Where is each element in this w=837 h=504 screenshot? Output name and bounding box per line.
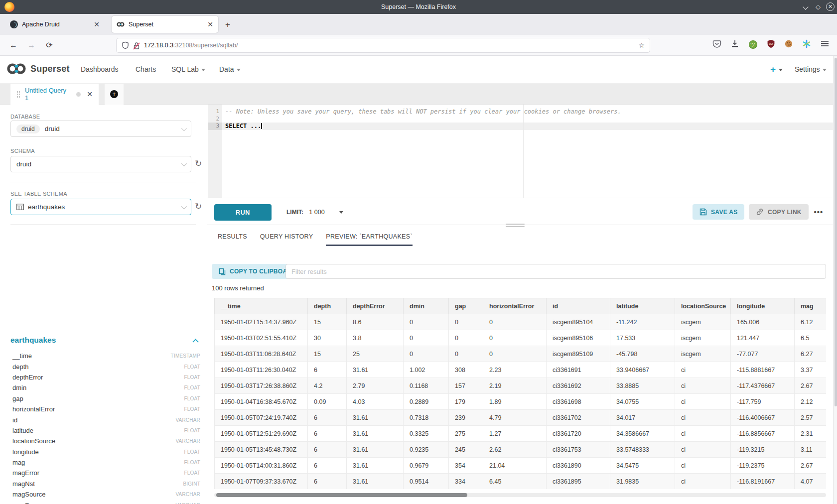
back-icon[interactable]: ← (7, 39, 20, 52)
extension-ublock-icon[interactable]: uO (765, 39, 776, 50)
column-header-locationSource[interactable]: locationSource (675, 298, 731, 314)
table-cell: 31.61 (347, 458, 404, 474)
browser-tab-apache-druid[interactable]: Apache Druid ✕ (5, 16, 105, 33)
close-icon[interactable]: ✕ (87, 90, 93, 98)
database-select[interactable]: druid druid (10, 121, 191, 137)
sqllab-sidebar: DATABASE druid druid SCHEMA druid ↻ SEE … (0, 105, 207, 504)
column-name: locationSource (12, 437, 55, 445)
new-tab-button[interactable]: + (225, 20, 230, 30)
table-cell: -77.077 (731, 346, 795, 362)
extension-asterisk-icon[interactable] (801, 39, 812, 50)
table-select[interactable]: earthquakes (10, 199, 191, 215)
column-type: VARCHAR (175, 492, 200, 497)
download-icon[interactable] (729, 39, 740, 50)
table-row: 1950-01-05T07:24:19.740Z631.610.73182394… (215, 410, 827, 426)
table-cell: ci3361692 (547, 378, 610, 394)
extension-ghostery-icon[interactable]: ツ (747, 39, 758, 50)
drag-handle-icon[interactable] (16, 91, 20, 98)
nav-data[interactable]: Data (219, 56, 241, 83)
tab-close-icon[interactable]: ✕ (207, 20, 213, 28)
nav-dashboards[interactable]: Dashboards (81, 56, 119, 83)
window-maximize-icon[interactable]: ◇ (814, 2, 823, 11)
table-cell: 6 (308, 410, 347, 426)
tab-preview-earthquakes[interactable]: PREVIEW: `EARTHQUAKES` (326, 233, 413, 246)
table-cell: 3.11 (795, 442, 827, 458)
superset-logo[interactable]: Superset (6, 62, 70, 75)
collapse-chevron-icon[interactable] (192, 339, 199, 345)
table-cell: 2.79 (347, 378, 404, 394)
bookmark-star-icon[interactable]: ☆ (638, 41, 645, 49)
filter-results-input[interactable] (285, 264, 826, 279)
column-type: FLOAT (184, 470, 200, 476)
table-cell: 121.447 (731, 330, 795, 346)
scrollbar-thumb[interactable] (216, 493, 467, 497)
insecure-lock-icon[interactable] (133, 41, 140, 49)
reload-icon[interactable]: ⟳ (43, 39, 56, 52)
column-header-gap[interactable]: gap (449, 298, 483, 314)
table-cell: 1950-01-05T07:24:19.740Z (215, 410, 308, 426)
table-cell: -11.242 (610, 314, 675, 330)
vertical-scrollbar[interactable] (833, 56, 837, 504)
settings-menu[interactable]: Settings (795, 56, 827, 83)
table-cell: 34.0755 (610, 394, 675, 410)
horizontal-scrollbar[interactable] (214, 493, 826, 497)
window-minimize-icon[interactable] (801, 2, 810, 11)
refresh-table-icon[interactable]: ↻ (195, 202, 204, 211)
tab-results[interactable]: RESULTS (218, 233, 247, 246)
column-header-depthError[interactable]: depthError (347, 298, 404, 314)
table-cell: 1950-01-03T11:06:28.640Z (215, 346, 308, 362)
divider (10, 224, 196, 225)
nav-sql-lab[interactable]: SQL Lab (171, 56, 205, 83)
column-header-id[interactable]: id (547, 298, 610, 314)
column-header-latitude[interactable]: latitude (610, 298, 675, 314)
window-titlebar: Superset — Mozilla Firefox ◇ ✕ (0, 0, 837, 14)
column-header-mag[interactable]: mag (795, 298, 827, 314)
schema-select[interactable]: druid (10, 156, 191, 172)
extension-cookie-icon[interactable] (783, 39, 794, 50)
tab-query-history[interactable]: QUERY HISTORY (260, 233, 313, 246)
line-number: 2 (208, 116, 222, 123)
column-header-__time[interactable]: __time (215, 298, 308, 314)
column-header-longitude[interactable]: longitude (731, 298, 795, 314)
schema-column-row: idVARCHAR (12, 414, 200, 425)
column-header-horizontalError[interactable]: horizontalError (483, 298, 547, 314)
table-cell: 0 (449, 330, 483, 346)
more-options-button[interactable]: ••• (810, 204, 828, 220)
scrollbar-thumb[interactable] (835, 58, 837, 406)
browser-tab-superset[interactable]: Superset ✕ (112, 16, 218, 33)
pocket-icon[interactable] (711, 39, 722, 50)
column-type: FLOAT (184, 396, 200, 401)
run-button[interactable]: RUN (214, 204, 272, 221)
query-tab-untitled[interactable]: Untitled Query 1 ✕ (10, 84, 99, 105)
copy-link-button[interactable]: COPY LINK (749, 204, 809, 220)
column-header-dmin[interactable]: dmin (404, 298, 449, 314)
table-cell: 4.03 (347, 394, 404, 410)
line-number: 1 (208, 108, 222, 116)
column-name: longitude (12, 448, 39, 456)
table-schema-title[interactable]: earthquakes (10, 336, 56, 345)
url-text[interactable]: 172.18.0.3:32108/superset/sqllab/ (144, 42, 238, 49)
save-as-button[interactable]: SAVE AS (693, 204, 744, 220)
pane-resize-handle[interactable] (506, 224, 525, 229)
link-icon (756, 208, 764, 216)
window-close-icon[interactable]: ✕ (826, 2, 835, 11)
shield-icon[interactable] (122, 41, 129, 49)
limit-dropdown[interactable]: LIMIT: 1 000 (286, 204, 343, 221)
url-bar[interactable]: 172.18.0.3:32108/superset/sqllab/ ☆ (116, 38, 650, 53)
forward-icon[interactable]: → (25, 39, 38, 52)
table-cell: 3.8 (347, 330, 404, 346)
tab-close-icon[interactable]: ✕ (94, 20, 100, 28)
column-name: horizontalError (12, 405, 55, 413)
refresh-schema-icon[interactable]: ↻ (195, 159, 204, 168)
column-header-depth[interactable]: depth (308, 298, 347, 314)
nav-charts[interactable]: Charts (136, 56, 156, 83)
menu-hamburger-icon[interactable] (819, 39, 830, 50)
browser-toolbar: ← → ⟳ 172.18.0.3:32108/superset/sqllab/ … (0, 35, 837, 56)
divider (10, 182, 196, 182)
column-type: FLOAT (184, 364, 200, 370)
table-cell: 6 (308, 442, 347, 458)
new-item-button[interactable]: + (770, 56, 783, 83)
table-cell: ci (675, 474, 731, 490)
add-query-tab-button[interactable]: + (105, 84, 124, 105)
sql-editor[interactable]: 123 -- Note: Unless you save your query,… (207, 105, 837, 198)
